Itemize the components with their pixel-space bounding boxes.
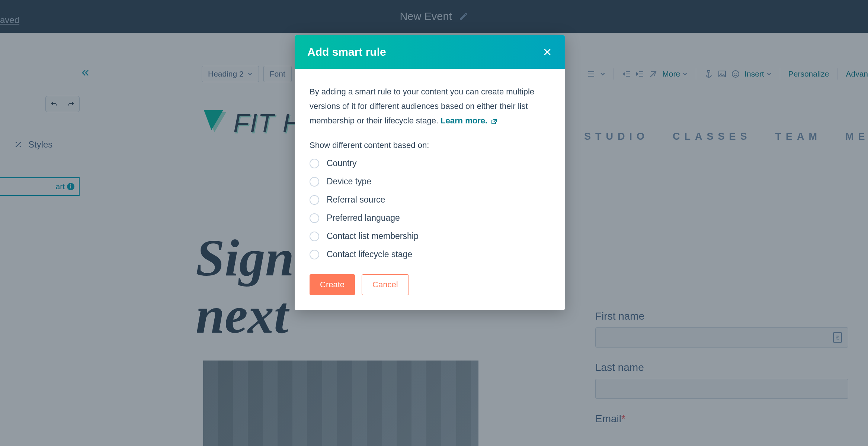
modal-actions: Create Cancel: [310, 274, 550, 295]
create-button[interactable]: Create: [310, 274, 355, 295]
radio-country[interactable]: Country: [310, 158, 550, 168]
cancel-button[interactable]: Cancel: [362, 274, 409, 295]
radio-referral-source[interactable]: Referral source: [310, 195, 550, 205]
external-link-icon: [491, 119, 497, 125]
radio-label: Preferred language: [327, 213, 400, 223]
radio-icon: [310, 159, 319, 168]
radio-label: Contact list membership: [327, 231, 419, 241]
radio-icon: [310, 195, 319, 205]
radio-label: Referral source: [327, 195, 385, 205]
radio-label: Contact lifecycle stage: [327, 249, 412, 259]
modal-title: Add smart rule: [307, 46, 386, 58]
radio-icon: [310, 177, 319, 187]
modal-intro-text: By adding a smart rule to your content y…: [310, 87, 534, 125]
radio-device-type[interactable]: Device type: [310, 177, 550, 187]
learn-more-link[interactable]: Learn more.: [441, 116, 487, 125]
radio-preferred-language[interactable]: Preferred language: [310, 213, 550, 223]
add-smart-rule-modal: Add smart rule By adding a smart rule to…: [295, 35, 565, 310]
modal-subhead: Show different content based on:: [310, 140, 550, 150]
radio-icon: [310, 250, 319, 259]
radio-lifecycle-stage[interactable]: Contact lifecycle stage: [310, 249, 550, 259]
close-icon[interactable]: [542, 47, 552, 57]
radio-label: Device type: [327, 177, 371, 187]
radio-icon: [310, 213, 319, 223]
radio-list: Country Device type Referral source Pref…: [310, 158, 550, 259]
radio-label: Country: [327, 158, 357, 168]
modal-body: By adding a smart rule to your content y…: [295, 69, 565, 310]
radio-icon: [310, 232, 319, 241]
modal-header: Add smart rule: [295, 35, 565, 69]
radio-contact-list[interactable]: Contact list membership: [310, 231, 550, 241]
modal-intro: By adding a smart rule to your content y…: [310, 84, 550, 128]
